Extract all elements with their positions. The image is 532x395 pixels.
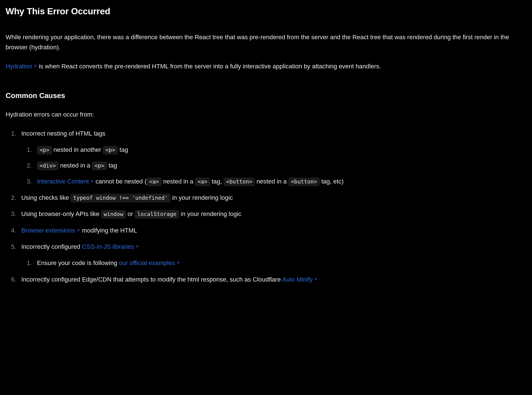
text: nested in a <box>58 162 92 169</box>
list-item: Using checks like typeof window !== 'und… <box>18 193 516 203</box>
text: Using checks like <box>21 194 71 201</box>
external-link-icon <box>314 277 318 281</box>
text: Ensure your code is following <box>37 259 119 266</box>
code-inline: <a> <box>147 178 161 186</box>
list-item: Incorrect nesting of HTML tags <p> neste… <box>18 129 516 187</box>
auto-minify-link[interactable]: Auto Minify <box>282 276 318 283</box>
link-text: Browser extensions <box>21 227 75 234</box>
text: nested in a <box>161 178 195 185</box>
external-link-icon <box>90 179 94 183</box>
list-item: Interactive Content cannot be nested (<a… <box>34 176 516 187</box>
link-text: Interactive Content <box>37 178 89 185</box>
external-link-icon <box>33 64 37 68</box>
text: in your rendering logic <box>170 194 233 201</box>
list-item: Using browser-only APIs like window or l… <box>18 209 516 219</box>
code-inline: <a> <box>195 178 210 186</box>
text: Using browser-only APIs like <box>21 210 101 217</box>
code-inline: <p> <box>37 146 52 154</box>
text: in your rendering logic <box>179 210 242 217</box>
external-link-icon <box>135 245 139 248</box>
text: tag <box>118 146 128 153</box>
nested-list: <p> nested in another <p> tag <div> nest… <box>21 145 516 187</box>
text: tag <box>107 162 117 169</box>
intro-paragraph-2: Hydration is when React converts the pre… <box>6 61 516 71</box>
list-item: Incorrectly configured Edge/CDN that att… <box>18 275 516 285</box>
list-item: Browser extensions modifying the HTML <box>18 226 516 236</box>
causes-lead: Hydration errors can occur from: <box>6 110 516 120</box>
official-examples-link[interactable]: our official examples <box>119 259 180 266</box>
code-inline: <button> <box>224 178 255 186</box>
list-item: Ensure your code is following our offici… <box>34 258 516 268</box>
text: tag, <box>210 178 224 185</box>
intro-p2-rest: is when React converts the pre-rendered … <box>37 63 381 70</box>
text: nested in another <box>52 146 103 153</box>
nested-list: Ensure your code is following our offici… <box>21 258 516 268</box>
external-link-icon <box>176 261 180 265</box>
intro-paragraph-1: While rendering your application, there … <box>6 32 516 53</box>
link-text: our official examples <box>119 259 175 266</box>
link-text: Auto Minify <box>282 276 313 283</box>
text: tag, etc) <box>320 178 344 185</box>
code-inline: <button> <box>288 178 320 186</box>
item-text: Incorrect nesting of HTML tags <box>21 130 105 137</box>
text: Incorrectly configured <box>21 243 82 250</box>
external-link-icon <box>76 228 80 232</box>
link-text: CSS-in-JS libraries <box>82 243 134 250</box>
code-inline: <p> <box>103 146 118 154</box>
code-inline: typeof window !== 'undefined' <box>71 194 170 202</box>
list-item: <div> nested in a <p> tag <box>34 161 516 171</box>
browser-extensions-link[interactable]: Browser extensions <box>21 227 80 234</box>
common-causes-heading: Common Causes <box>6 90 516 102</box>
page-title: Why This Error Occurred <box>6 4 516 19</box>
code-inline: localStorage <box>135 210 179 219</box>
text: modifying the HTML <box>80 227 137 234</box>
link-text: Hydration <box>6 63 32 70</box>
text: cannot be nested ( <box>94 178 147 185</box>
code-inline: <div> <box>37 162 58 170</box>
text: Incorrectly configured Edge/CDN that att… <box>21 276 282 283</box>
code-inline: window <box>101 210 126 219</box>
list-item: Incorrectly configured CSS-in-JS librari… <box>18 242 516 268</box>
causes-list: Incorrect nesting of HTML tags <p> neste… <box>6 129 516 285</box>
code-inline: <p> <box>92 162 107 170</box>
text: or <box>126 210 135 217</box>
hydration-link[interactable]: Hydration <box>6 63 37 70</box>
interactive-content-link[interactable]: Interactive Content <box>37 178 94 185</box>
text: nested in a <box>255 178 288 185</box>
list-item: <p> nested in another <p> tag <box>34 145 516 155</box>
css-in-js-link[interactable]: CSS-in-JS libraries <box>82 243 139 250</box>
